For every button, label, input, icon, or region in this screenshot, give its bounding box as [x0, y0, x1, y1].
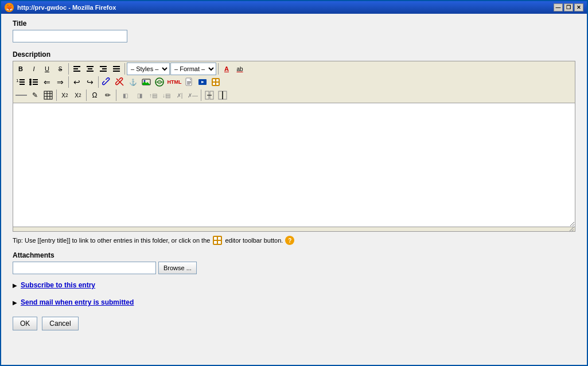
- editor-resize-handle[interactable]: [13, 227, 575, 231]
- browser-window: 🦊 http://prv-gwdoc - Mozilla Firefox — ❐…: [0, 0, 588, 366]
- svg-rect-54: [214, 241, 217, 244]
- svg-rect-5: [87, 71, 94, 72]
- svg-point-17: [29, 81, 32, 83]
- insert-media-button[interactable]: [196, 76, 209, 88]
- insert-link-button[interactable]: [100, 76, 113, 88]
- special-char-button[interactable]: Ω: [88, 89, 101, 102]
- svg-rect-37: [216, 79, 219, 81]
- svg-point-18: [29, 83, 32, 85]
- titlebar: 🦊 http://prv-gwdoc - Mozilla Firefox — ❐…: [1, 1, 587, 14]
- increase-indent-button[interactable]: ⇒: [54, 76, 67, 88]
- merge-cells-button[interactable]: [203, 89, 216, 102]
- undo-button[interactable]: ↩: [71, 76, 83, 88]
- svg-rect-0: [73, 66, 80, 67]
- highlight-button[interactable]: ab: [233, 63, 246, 75]
- horizontal-rule-button[interactable]: [14, 89, 28, 102]
- edit-button[interactable]: ✏: [102, 89, 114, 102]
- subscribe-link[interactable]: Subscribe to this entry: [21, 281, 95, 289]
- ok-button[interactable]: OK: [13, 317, 37, 330]
- browse-button[interactable]: Browse ...: [158, 262, 197, 274]
- subscribe-arrow-icon: ▶: [13, 282, 17, 289]
- attachments-row: Browse ...: [13, 262, 575, 274]
- svg-rect-53: [218, 237, 221, 240]
- separator-6: [56, 89, 57, 101]
- send-mail-link[interactable]: Send mail when entry is submitted: [21, 298, 134, 306]
- send-mail-header[interactable]: ▶ Send mail when entry is submitted: [13, 298, 575, 306]
- svg-rect-4: [88, 68, 92, 69]
- split-icon: [218, 91, 227, 100]
- svg-rect-19: [33, 79, 38, 80]
- format-select[interactable]: – Format –: [170, 63, 216, 75]
- media-icon: [198, 77, 207, 87]
- browser-icon: 🦊: [5, 3, 14, 12]
- redo-button[interactable]: ↪: [84, 76, 96, 88]
- align-right-button[interactable]: [97, 63, 110, 75]
- svg-rect-38: [213, 83, 215, 85]
- font-color-button[interactable]: A: [220, 63, 233, 75]
- minimize-button[interactable]: —: [554, 3, 563, 11]
- cancel-button[interactable]: Cancel: [42, 317, 78, 330]
- separator-1: [68, 63, 69, 75]
- styles-select[interactable]: – Styles –: [127, 63, 170, 75]
- info-icon[interactable]: ?: [285, 236, 294, 245]
- align-justify-icon: [112, 65, 120, 73]
- ordered-list-icon: 1.: [16, 77, 25, 87]
- insert-file-button[interactable]: [183, 76, 196, 88]
- subscribe-section: ▶ Subscribe to this entry: [1, 277, 587, 294]
- bold-button[interactable]: B: [14, 63, 27, 75]
- italic-button[interactable]: I: [28, 63, 40, 75]
- tip-area: Tip: Use [[entry title]] to link to othe…: [1, 232, 587, 249]
- svg-line-22: [106, 81, 108, 84]
- table-button[interactable]: [42, 89, 54, 102]
- svg-rect-2: [73, 71, 80, 72]
- row-after-button[interactable]: ↓▤: [160, 89, 173, 102]
- row-before-button[interactable]: ↑▤: [147, 89, 159, 102]
- page-content: Title Description B I U S: [1, 14, 587, 365]
- split-cells-button[interactable]: [216, 89, 229, 102]
- col-after-button[interactable]: ◨: [133, 89, 146, 102]
- align-left-icon: [73, 65, 81, 73]
- svg-rect-9: [113, 66, 120, 67]
- anchor-button[interactable]: ⚓: [127, 76, 139, 88]
- html-button[interactable]: HTML: [166, 76, 182, 88]
- attachments-section: Attachments Browse ...: [1, 249, 587, 277]
- ordered-list-button[interactable]: 1.: [14, 76, 27, 88]
- align-justify-button[interactable]: [110, 63, 123, 75]
- svg-rect-32: [187, 84, 190, 84]
- align-left-button[interactable]: [71, 63, 83, 75]
- insert-widget-button[interactable]: [209, 76, 222, 88]
- subscript-button[interactable]: X2: [59, 89, 71, 102]
- superscript-button[interactable]: X2: [72, 89, 84, 102]
- eraser-button[interactable]: ✎: [29, 89, 41, 102]
- editor-body[interactable]: [13, 103, 575, 227]
- close-button[interactable]: ✕: [574, 3, 583, 11]
- decrease-indent-button[interactable]: ⇐: [41, 76, 53, 88]
- svg-rect-20: [33, 81, 38, 83]
- title-section: Title: [1, 14, 587, 48]
- toolbar-row-3: ✎ X2 X2 Ω ✏: [14, 89, 574, 102]
- delete-row-button[interactable]: ✗—: [186, 89, 199, 102]
- titlebar-buttons: — ❐ ✕: [554, 3, 583, 11]
- footer-buttons: OK Cancel: [1, 311, 587, 336]
- title-input[interactable]: [13, 30, 127, 42]
- separator-5: [98, 76, 99, 88]
- unordered-list-button[interactable]: [28, 76, 40, 88]
- insert-image-button[interactable]: [140, 76, 153, 88]
- toolbar-row-1: B I U S: [14, 63, 574, 75]
- col-before-button[interactable]: ◧: [118, 89, 132, 102]
- remove-link-button[interactable]: [114, 76, 126, 88]
- separator-8: [116, 89, 116, 101]
- subscribe-header[interactable]: ▶ Subscribe to this entry: [13, 281, 575, 289]
- attachment-input[interactable]: [13, 262, 156, 274]
- wiki-link-button[interactable]: [153, 76, 166, 88]
- delete-col-button[interactable]: ✗|: [173, 89, 186, 102]
- titlebar-left: 🦊 http://prv-gwdoc - Mozilla Firefox: [5, 3, 116, 12]
- underline-button[interactable]: U: [41, 63, 53, 75]
- svg-rect-1: [73, 68, 78, 69]
- align-center-button[interactable]: [84, 63, 96, 75]
- svg-rect-40: [15, 95, 27, 96]
- restore-button[interactable]: ❐: [564, 3, 573, 11]
- separator-2: [124, 63, 125, 75]
- strikethrough-button[interactable]: S: [54, 63, 67, 75]
- svg-rect-39: [216, 83, 219, 85]
